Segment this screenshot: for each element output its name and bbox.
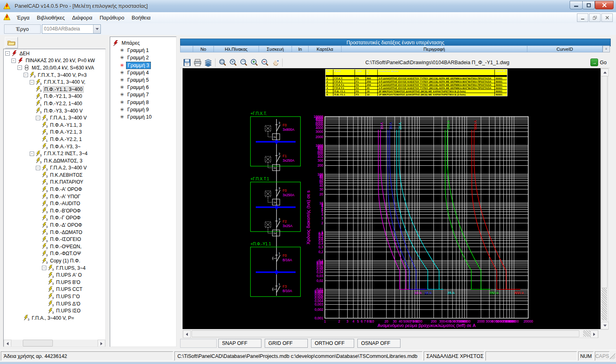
tree-item[interactable]: 3Π.Φ.-AUDITO (4, 200, 105, 207)
bars-root-item[interactable]: Μπάρες (110, 39, 176, 47)
tree-item[interactable]: 3Π.Κ.ΔΩΜΑΤΟΣ, 3 (4, 157, 105, 165)
tree-item[interactable]: 3Π.UPS Δ'Ο (4, 300, 105, 308)
tree-item[interactable]: −3Γ.Π.Α.1, 3~400 V (4, 114, 105, 121)
tree-item[interactable]: −ΔΕΗ (4, 50, 105, 57)
scrollbar-track[interactable] (583, 330, 590, 337)
tree-item[interactable]: 3Π.Κ.ΠΑΤΑΡΙΟΥ (4, 179, 105, 186)
tree-item[interactable]: −3Γ.Π.Χ.Τ.2 ΙΝΣΤ., 3~4 (4, 150, 105, 157)
resize-grip[interactable] (609, 353, 615, 359)
tree-expander-icon[interactable]: − (30, 152, 34, 156)
pan-button[interactable] (270, 58, 280, 67)
bars-list-item[interactable]: ✳Γραμμή 3 (110, 62, 176, 69)
scroll-left-button[interactable] (183, 330, 191, 338)
tree-expander-icon[interactable]: − (42, 266, 46, 270)
protection-column-header[interactable] (180, 46, 193, 52)
tree-item[interactable]: −3Γ.Π.UPS, 3~4 (4, 264, 105, 272)
scroll-up-button[interactable] (601, 69, 609, 76)
bars-list-item[interactable]: ✳Γραμμή 7 (110, 91, 176, 98)
drawing-horizontal-scrollbar[interactable] (183, 330, 599, 338)
tree-item[interactable]: 3Π.Κ.ΛΕΒΗΤΟΣ (4, 171, 105, 179)
menu-item-2[interactable]: Βιβλιοθήκες (33, 13, 69, 22)
grid-toggle-button[interactable]: GRID OFF (265, 339, 308, 348)
tree-expander-icon[interactable]: − (36, 166, 40, 170)
save-button[interactable] (182, 58, 192, 67)
tree-item[interactable]: 3Π.Φ.Α.-Υ1.1, 3 (4, 121, 105, 129)
tree-item[interactable]: 3Π.UPS CCT (4, 286, 105, 293)
tree-item[interactable]: 3Π.Φ.-ΦΩΤ.ΟΨ (4, 250, 105, 258)
zoom-extents-button[interactable] (228, 58, 238, 67)
tree-item[interactable]: 3Π.Φ.-ΟΨΕΩΝ, (4, 243, 105, 250)
tree-item[interactable]: −3Γ.Π.Α.2, 3~400 V (4, 165, 105, 172)
tree-item[interactable]: 3Π.UPS Γ'Ο (4, 293, 105, 300)
tree-item[interactable]: 3Π.Φ.-Β'ΟΡΟΦ (4, 207, 105, 214)
tree-expander-icon[interactable]: − (17, 65, 22, 70)
tree-item[interactable]: 3Π.Φ.-Γ ΟΡΟΦ (4, 214, 105, 222)
tree-item[interactable]: 3Π.Φ.-Υ3, 3~400 V (4, 107, 105, 115)
bars-list-item[interactable]: ✳Γραμμή 1 (110, 47, 176, 54)
close-button[interactable] (595, 1, 614, 9)
protection-column-header-6[interactable]: Περιγραφή (342, 46, 527, 52)
tree-item[interactable]: −ΠΙΝΑΚΑΣ 20 kV, 20 kV, P=0 kW (4, 57, 105, 65)
menu-item-5[interactable]: Βοήθεια (128, 13, 155, 22)
maximize-button[interactable] (582, 1, 595, 9)
menu-item-4[interactable]: Παράθυρο (96, 13, 128, 22)
scroll-right-button[interactable] (98, 340, 105, 347)
zoom-out-button[interactable] (260, 58, 270, 67)
tree-item[interactable]: 3Π.Φ.-Α' ΥΠΟΓ (4, 193, 105, 200)
ortho-toggle-button[interactable]: ORTHO OFF (311, 339, 354, 348)
mdi-close-button[interactable] (601, 13, 613, 22)
scroll-left-button[interactable] (4, 340, 11, 347)
tree-item[interactable]: 3Π.Φ.-Υ2.1, 3~400 (4, 93, 105, 100)
bars-list-item[interactable]: ✳Γραμμή 5 (110, 76, 176, 84)
tree-item[interactable]: 3Γ.Π.Α., 3~400 V, P= (4, 314, 105, 322)
mdi-minimize-button[interactable] (577, 13, 588, 22)
zoom-previous-button[interactable] (239, 58, 248, 67)
scroll-right-button[interactable] (590, 330, 598, 338)
snap-toggle-button[interactable]: SNAP OFF (218, 339, 261, 348)
bars-list-item[interactable]: ✳Γραμμή 2 (110, 54, 176, 61)
protection-column-header-3[interactable]: Συσκευή (259, 46, 292, 52)
tree-item[interactable]: 3Π.Φ.-Υ1.1, 3~400 (4, 86, 105, 93)
tree-item[interactable]: −3Γ.Π.Χ.Τ.1, 3~400 V, (4, 78, 105, 86)
menu-item-3[interactable]: Διάφορα (68, 13, 96, 22)
combobox-dropdown-button[interactable] (93, 25, 100, 33)
protection-column-header-7[interactable]: CurveID (527, 46, 603, 52)
go-button[interactable]: → Go (590, 58, 607, 66)
drawing-vertical-scrollbar[interactable] (601, 68, 608, 330)
tree-expander-icon[interactable]: − (24, 73, 28, 77)
tree-item[interactable]: −Μ/Σ, 20,0/0,4 kV, S=630 kVA (4, 64, 105, 72)
tree-horizontal-scrollbar[interactable] (4, 340, 105, 347)
zoom-window-button[interactable] (218, 58, 227, 67)
scrollbar-thumb[interactable] (192, 330, 579, 337)
tree-expander-icon[interactable]: − (36, 116, 40, 120)
scrollbar-track[interactable] (601, 288, 607, 321)
cad-drawing-area[interactable]: 0,0010,0020,0030,0040,0050,0060,0070,008… (183, 68, 601, 329)
bars-list-item[interactable]: ✳Γραμμή 6 (110, 84, 176, 91)
protection-column-header-2[interactable]: Ηλ.Πίνακας (214, 46, 259, 52)
bars-list-item[interactable]: ✳Γραμμή 10 (110, 113, 176, 121)
minimize-button[interactable] (570, 1, 583, 9)
tree-item[interactable]: 1Π.Φ.-Υ2.2, 1~400 (4, 100, 105, 107)
tree-item[interactable]: 3Copy (1) Π.Φ. (4, 257, 105, 264)
bars-list-item[interactable]: ✳Γραμμή 4 (110, 69, 176, 76)
tree-expander-icon[interactable]: − (11, 58, 16, 63)
zoom-in-button[interactable] (249, 58, 259, 67)
tree-item[interactable]: 3Π.UPS ΙΣΟ (4, 307, 105, 314)
tree-item[interactable]: 3Π.Φ.Α.-Υ3, 3~ (4, 143, 105, 150)
scrollbar-thumb[interactable] (601, 76, 607, 288)
tree-item[interactable]: 3Π.Φ.-Α' ΟΡΟΦ (4, 186, 105, 193)
protection-column-header-5[interactable]: Καρτέλα (309, 46, 342, 52)
layers-button[interactable] (203, 58, 213, 67)
protection-column-header-4[interactable]: In (292, 46, 309, 52)
tree-item[interactable]: −3Γ.Π.Χ.Τ., 3~400 V, P=3 (4, 72, 105, 79)
tree-item[interactable]: 3Π.Φ.-Δ' ΟΡΟΦ (4, 221, 105, 229)
menu-item-1[interactable]: Έργα (13, 13, 33, 22)
tree-item[interactable]: 1Π.Φ.Α.-Υ2.2, 1 (4, 136, 105, 143)
project-combobox[interactable]: 0104BARBadeia (42, 24, 101, 34)
scrollbar-thumb[interactable] (23, 340, 53, 347)
tree-item[interactable]: 3Π.UPS Α' Ο (4, 271, 105, 279)
tree-expander-icon[interactable]: − (5, 51, 10, 56)
mdi-restore-button[interactable] (589, 13, 601, 22)
protection-column-header-1[interactable]: No (193, 46, 214, 52)
osnap-toggle-button[interactable]: OSNAP OFF (357, 339, 401, 348)
